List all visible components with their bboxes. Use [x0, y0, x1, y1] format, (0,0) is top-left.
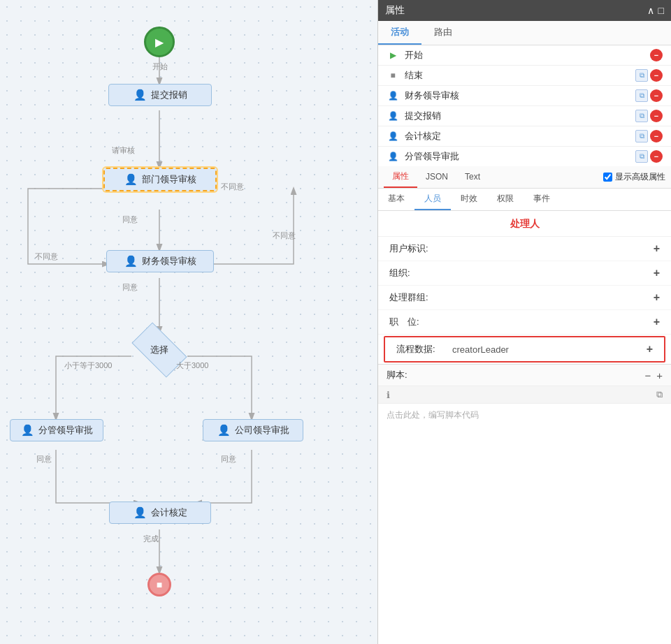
- show-advanced-checkbox[interactable]: [603, 173, 612, 182]
- activity-end-del-btn[interactable]: −: [650, 69, 663, 82]
- submit-task-node[interactable]: 👤 提交报销: [108, 84, 212, 106]
- activity-end-actions: ⧉ −: [635, 69, 663, 82]
- activity-account-del-btn[interactable]: −: [650, 130, 663, 142]
- submit-user-icon: 👤: [134, 89, 147, 101]
- end-node[interactable]: ■: [147, 573, 171, 597]
- handler-row-group: 处理群组: +: [378, 286, 671, 310]
- script-placeholder: 点击此处，编写脚本代码: [387, 410, 479, 420]
- handler-position-label: 职 位:: [389, 316, 445, 328]
- activity-submit-del-btn[interactable]: −: [650, 110, 663, 122]
- tab-text[interactable]: Text: [456, 168, 489, 187]
- activity-sub-icon: 👤: [387, 150, 399, 163]
- activity-sub-label: 分管领导审批: [405, 150, 635, 163]
- account-task-label: 会计核定: [151, 506, 187, 519]
- script-plus-btn[interactable]: +: [656, 369, 663, 381]
- handler-org-add-btn[interactable]: +: [654, 267, 660, 279]
- activity-item-sub[interactable]: 👤 分管领导审批 ⧉ −: [378, 147, 671, 166]
- activity-account-copy-btn[interactable]: ⧉: [635, 130, 648, 142]
- handler-row-position: 职 位: +: [378, 310, 671, 335]
- handler-processdata-add-btn[interactable]: +: [647, 343, 653, 356]
- activity-account-label: 会计核定: [405, 130, 635, 142]
- tongy4-label: 同意: [221, 454, 236, 464]
- script-editor-area[interactable]: 点击此处，编写脚本代码: [378, 404, 671, 446]
- handler-row-userid: 用户标识: +: [378, 237, 671, 261]
- script-label: 脚本:: [387, 369, 639, 381]
- butong1-label: 不同意: [221, 182, 244, 192]
- tab-timelimit[interactable]: 时效: [451, 189, 487, 210]
- tab-basic[interactable]: 基本: [378, 189, 414, 210]
- activity-end-copy-btn[interactable]: ⧉: [635, 69, 648, 82]
- activity-start-icon: ▶: [387, 49, 399, 61]
- activity-submit-icon: 👤: [387, 110, 399, 122]
- handler-processdata-value: creatorLeader: [452, 344, 647, 355]
- account-task-node[interactable]: 👤 会计核定: [109, 502, 211, 524]
- handler-title: 处理人: [378, 211, 671, 237]
- activity-account-actions: ⧉ −: [635, 130, 663, 142]
- activity-account-icon: 👤: [387, 130, 399, 142]
- activity-sub-copy-btn[interactable]: ⧉: [635, 150, 648, 163]
- tab-activities[interactable]: 活动: [378, 21, 421, 45]
- tab-json[interactable]: JSON: [417, 168, 456, 187]
- activity-finance-icon: 👤: [387, 89, 399, 102]
- activity-submit-copy-btn[interactable]: ⧉: [635, 110, 648, 122]
- tongy2-label: 同意: [122, 282, 138, 293]
- panel-restore-icon[interactable]: □: [658, 5, 664, 16]
- handler-section: 处理人 用户标识: + 组织: + 处理群组: + 职 位: + 流程数据:: [378, 211, 671, 644]
- activity-item-finance[interactable]: 👤 财务领导审核 ⧉ −: [378, 86, 671, 106]
- tongy1-label: 同意: [122, 214, 138, 225]
- activity-end-label: 结束: [405, 69, 635, 82]
- script-copy-icon[interactable]: ⧉: [656, 389, 663, 400]
- sub-task-label: 分管领导审批: [38, 424, 93, 437]
- handler-group-label: 处理群组:: [389, 291, 445, 304]
- activity-start-label: 开始: [405, 49, 650, 61]
- activity-item-start[interactable]: ▶ 开始 −: [378, 45, 671, 66]
- show-advanced-toggle: 显示高级属性: [603, 171, 665, 183]
- start-node[interactable]: ▶: [144, 27, 175, 57]
- activity-finance-del-btn[interactable]: −: [650, 89, 663, 102]
- da3000-label: 大于3000: [176, 360, 208, 371]
- xiao3000-label: 小于等于3000: [64, 360, 112, 371]
- finance-task-label: 财务领导审核: [142, 255, 196, 268]
- handler-processdata-label: 流程数据:: [396, 343, 452, 356]
- script-info-icon: ℹ: [387, 390, 390, 400]
- activity-item-end[interactable]: ■ 结束 ⧉ −: [378, 66, 671, 86]
- activity-sub-del-btn[interactable]: −: [650, 150, 663, 163]
- activity-item-account[interactable]: 👤 会计核定 ⧉ −: [378, 126, 671, 147]
- handler-row-org: 组织: +: [378, 261, 671, 286]
- activity-finance-copy-btn[interactable]: ⧉: [635, 89, 648, 102]
- start-label: 开始: [152, 61, 168, 72]
- activity-end-icon: ■: [387, 69, 399, 82]
- properties-panel: 属性 ∧ □ 活动 路由 ▶ 开始 − ■ 结束 ⧉ −: [377, 0, 671, 644]
- panel-third-tabs: 基本 人员 时效 权限 事件: [378, 189, 671, 211]
- flowchart-area: ▶ 开始 👤 提交报销 👤 部门领导审核 请审核 不同意 同意 👤 财务领导审核…: [0, 0, 377, 644]
- activity-finance-label: 财务领导审核: [405, 89, 635, 102]
- tab-events[interactable]: 事件: [524, 189, 560, 210]
- script-header: 脚本: − +: [378, 365, 671, 386]
- dept-task-node[interactable]: 👤 部门领导审核: [103, 168, 217, 191]
- sub-task-node[interactable]: 👤 分管领导审批: [10, 419, 103, 441]
- sub-user-icon: 👤: [21, 424, 34, 437]
- panel-second-tabs: 属性 JSON Text 显示高级属性: [378, 166, 671, 189]
- handler-position-add-btn[interactable]: +: [654, 316, 660, 328]
- tab-properties[interactable]: 属性: [384, 166, 417, 188]
- company-task-label: 公司领导审批: [235, 424, 289, 437]
- panel-minimize-icon[interactable]: ∧: [647, 5, 654, 16]
- handler-group-add-btn[interactable]: +: [654, 291, 660, 304]
- company-task-node[interactable]: 👤 公司领导审批: [203, 419, 303, 441]
- handler-userid-add-btn[interactable]: +: [654, 242, 660, 255]
- activity-item-submit[interactable]: 👤 提交报销 ⧉ −: [378, 106, 671, 126]
- handler-userid-label: 用户标识:: [389, 242, 445, 255]
- tab-routing[interactable]: 路由: [421, 21, 465, 45]
- panel-header: 属性 ∧ □: [378, 0, 671, 21]
- activity-finance-actions: ⧉ −: [635, 89, 663, 102]
- finance-user-icon: 👤: [124, 255, 138, 268]
- tab-personnel[interactable]: 人员: [414, 189, 451, 210]
- finance-task-node[interactable]: 👤 财务领导审核: [106, 250, 214, 272]
- script-editor-bar: ℹ ⧉: [378, 386, 671, 404]
- activity-start-del-btn[interactable]: −: [650, 49, 663, 61]
- qingshenhe-label: 请审核: [112, 145, 135, 156]
- script-minus-btn[interactable]: −: [644, 369, 651, 381]
- wancheng-label: 完成: [143, 534, 159, 544]
- script-section: 脚本: − + ℹ ⧉ 点击此处，编写脚本代码: [378, 364, 671, 446]
- tab-permissions[interactable]: 权限: [487, 189, 524, 210]
